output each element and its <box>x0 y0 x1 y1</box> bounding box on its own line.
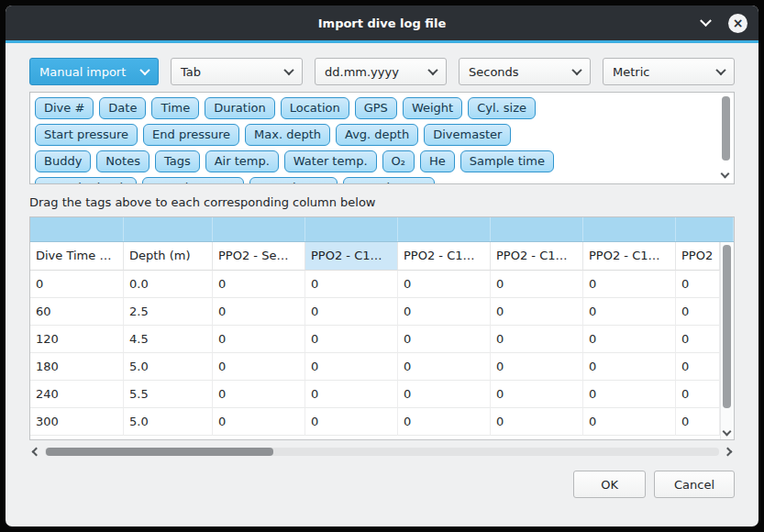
scroll-down-icon[interactable] <box>723 427 732 437</box>
table-vertical-scrollbar[interactable] <box>720 242 734 439</box>
toolbar: Manual import Tab dd.mm.yyyy Seconds Met… <box>29 58 735 85</box>
column-drop-target[interactable] <box>583 217 676 241</box>
tag-row: Dive #DateTimeDurationLocationGPSWeightC… <box>35 97 714 119</box>
drag-tag-time[interactable]: Time <box>151 97 199 119</box>
field-separator-select[interactable]: Tab <box>171 58 303 85</box>
column-drop-target[interactable] <box>30 217 124 241</box>
column-header[interactable]: PPO2 <box>676 242 720 271</box>
field-separator-value: Tab <box>181 65 201 79</box>
duration-format-value: Seconds <box>469 65 519 79</box>
drag-tag-dive[interactable]: Dive # <box>35 97 94 119</box>
column-drop-target[interactable] <box>398 217 491 241</box>
drag-tag-cyl-size[interactable]: Cyl. size <box>468 97 536 119</box>
table-row: 3005.0000000 <box>30 408 720 436</box>
table-cell: 0 <box>30 271 124 298</box>
table-cell: 0 <box>213 298 305 326</box>
duration-format-select[interactable]: Seconds <box>459 58 591 85</box>
table-cell: 180 <box>30 353 124 381</box>
titlebar[interactable]: Import dive log file × <box>6 6 758 40</box>
scrollbar-thumb[interactable] <box>722 96 730 161</box>
column-drop-target[interactable] <box>676 217 734 241</box>
drag-tag-notes[interactable]: Notes <box>96 150 149 172</box>
window-title: Import dive log file <box>318 17 446 30</box>
chevron-down-icon <box>715 65 725 75</box>
scroll-down-icon[interactable] <box>721 170 730 179</box>
titlebar-controls: × <box>696 6 747 40</box>
import-dive-log-dialog: Import dive log file × Manual import Tab… <box>6 6 758 526</box>
drag-tag-sample-depth[interactable]: Sample depth <box>35 177 137 184</box>
drag-tag-end-pressure[interactable]: End pressure <box>143 124 239 146</box>
tag-row: BuddyNotesTagsAir temp.Water temp.O₂HeSa… <box>35 150 714 172</box>
column-header[interactable]: PPO2 - Se… <box>213 242 305 271</box>
column-drop-target[interactable] <box>124 217 213 241</box>
scrollbar-thumb[interactable] <box>46 448 273 456</box>
table-horizontal-scrollbar[interactable] <box>29 445 735 459</box>
drag-tag-sample-cns[interactable]: Sample CNS <box>343 177 435 184</box>
drag-tag-max-depth[interactable]: Max. depth <box>245 124 330 146</box>
drag-tag-water-temp[interactable]: Water temp. <box>284 150 377 172</box>
table-body: 00.0000000602.50000001204.50000001805.00… <box>30 271 734 436</box>
chevron-down-icon <box>139 65 149 75</box>
table-cell: 0.0 <box>124 271 213 298</box>
table-cell: 60 <box>30 298 124 326</box>
import-mode-select[interactable]: Manual import <box>29 58 159 85</box>
drag-tag-date[interactable]: Date <box>99 97 146 119</box>
drag-tag-sample-time[interactable]: Sample time <box>460 150 554 172</box>
cancel-button[interactable]: Cancel <box>654 471 735 498</box>
table-cell: 0 <box>305 353 398 381</box>
shade-button[interactable] <box>696 14 714 32</box>
table-header-row: Dive Time …Depth (m)PPO2 - Se…PPO2 - C1…… <box>30 242 720 271</box>
table-cell: 0 <box>676 408 720 436</box>
table-cell: 5.0 <box>124 353 213 381</box>
table-cell: 0 <box>676 271 720 298</box>
table-cell: 5.0 <box>124 408 213 436</box>
column-header[interactable]: PPO2 - C1… <box>398 242 491 271</box>
tag-pool: Dive #DateTimeDurationLocationGPSWeightC… <box>29 92 735 184</box>
chevron-down-icon <box>700 15 712 27</box>
column-header[interactable]: Dive Time … <box>30 242 124 271</box>
table-cell: 0 <box>213 271 305 298</box>
units-select[interactable]: Metric <box>603 58 735 85</box>
drag-tag-gps[interactable]: GPS <box>355 97 397 119</box>
drag-tag-buddy[interactable]: Buddy <box>35 150 91 172</box>
column-header[interactable]: PPO2 - C1… <box>583 242 676 271</box>
drag-tag-avg-depth[interactable]: Avg. depth <box>336 124 418 146</box>
column-header[interactable]: Depth (m) <box>124 242 213 271</box>
table-cell: 0 <box>583 271 676 298</box>
table-cell: 0 <box>305 271 398 298</box>
tag-pool-scrollbar[interactable] <box>719 94 732 182</box>
scrollbar-thumb[interactable] <box>723 245 731 408</box>
column-drop-target[interactable] <box>213 217 305 241</box>
column-drop-target[interactable] <box>491 217 583 241</box>
drag-tag-he[interactable]: He <box>420 150 455 172</box>
dialog-content: Manual import Tab dd.mm.yyyy Seconds Met… <box>6 43 758 498</box>
table-cell: 0 <box>491 271 583 298</box>
mapping-table: Dive Time …Depth (m)PPO2 - Se…PPO2 - C1…… <box>29 216 735 440</box>
drag-tag-sample-temp[interactable]: Sample temp. <box>142 177 244 184</box>
drag-tag-divemaster[interactable]: Divemaster <box>424 124 511 146</box>
drag-tag-o[interactable]: O₂ <box>382 150 415 172</box>
drag-tag-tags[interactable]: Tags <box>155 150 200 172</box>
table-cell: 0 <box>213 381 305 408</box>
table-cell: 0 <box>583 353 676 381</box>
column-drop-target[interactable] <box>305 217 398 241</box>
date-format-select[interactable]: dd.mm.yyyy <box>315 58 447 85</box>
drag-tag-weight[interactable]: Weight <box>403 97 462 119</box>
column-header[interactable]: PPO2 - C1… <box>491 242 583 271</box>
scroll-right-icon[interactable] <box>724 448 733 457</box>
table-cell: 300 <box>30 408 124 436</box>
column-header[interactable]: PPO2 - C1… <box>305 242 398 271</box>
scroll-left-icon[interactable] <box>32 448 41 457</box>
drag-tag-start-pressure[interactable]: Start pressure <box>35 124 138 146</box>
ok-button[interactable]: OK <box>573 471 646 498</box>
tag-row: Start pressureEnd pressureMax. depthAvg.… <box>35 124 714 146</box>
close-button[interactable]: × <box>728 14 747 33</box>
drag-tag-air-temp[interactable]: Air temp. <box>205 150 279 172</box>
drag-tag-duration[interactable]: Duration <box>205 97 274 119</box>
close-icon: × <box>733 17 744 29</box>
table-cell: 0 <box>583 298 676 326</box>
table-cell: 0 <box>583 381 676 408</box>
drag-tag-location[interactable]: Location <box>281 97 349 119</box>
table-cell: 0 <box>491 326 583 353</box>
drag-tag-sample-po[interactable]: Sample pO₂ <box>249 177 338 184</box>
